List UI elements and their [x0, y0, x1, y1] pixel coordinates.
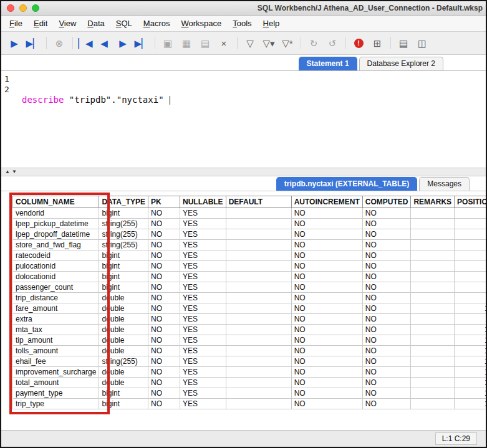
cell-autoincrement: NO	[291, 282, 362, 293]
menu-item[interactable]: Help	[258, 16, 286, 31]
toolbar-button-icon: ◀	[100, 39, 108, 48]
table-row[interactable]: extra double NO YES NO NO 11	[13, 314, 486, 325]
ignore-errors-button[interactable]: !	[349, 34, 368, 52]
previous-row-button[interactable]: ◀	[95, 34, 113, 52]
menu-item[interactable]: Macros	[138, 16, 176, 31]
sql-keyword: describe	[22, 95, 64, 105]
table-row[interactable]: fare_amount double NO YES NO NO 10	[13, 303, 486, 314]
split-pane-divider[interactable]: ▲ ▼	[1, 168, 486, 176]
rollback-button[interactable]: ↺	[323, 34, 342, 52]
cell-nullable: YES	[180, 325, 226, 335]
tab-statement-1[interactable]: Statement 1	[299, 57, 357, 70]
cell-column-name: payment_type	[13, 388, 99, 399]
cell-remarks	[411, 240, 455, 250]
table-row[interactable]: lpep_dropoff_datetime string(255) NO YES…	[13, 229, 486, 240]
cell-autoincrement: NO	[291, 356, 362, 367]
tab-database-explorer-2[interactable]: Database Explorer 2	[359, 57, 443, 70]
filter-dropdown-button[interactable]: ▽▾	[259, 34, 278, 52]
zoom-window-button[interactable]	[32, 4, 39, 12]
menu-item[interactable]: Tools	[227, 16, 257, 31]
filter-data-button[interactable]: ▽	[241, 34, 259, 52]
cell-pk: NO	[148, 272, 180, 282]
table-row[interactable]: ehail_fee string(255) NO YES NO NO 15	[13, 356, 486, 367]
last-row-button[interactable]: ▶▏	[132, 34, 151, 52]
table-row[interactable]: vendorid bigint NO YES NO NO 1	[13, 208, 486, 219]
column-header[interactable]: COLUMN_NAME	[13, 196, 99, 208]
reset-filter-button[interactable]: ▽*	[278, 34, 297, 52]
menu-item[interactable]: File	[4, 16, 28, 31]
delete-row-button[interactable]: ×	[215, 34, 233, 52]
collapse-up-icon[interactable]: ▲	[5, 169, 10, 174]
cell-autoincrement: NO	[291, 219, 362, 229]
column-header[interactable]: DEFAULT	[226, 196, 291, 208]
database-explorer-window-button[interactable]: ◫	[413, 34, 432, 52]
column-header[interactable]: POSITION	[455, 196, 486, 208]
table-row[interactable]: tolls_amount double NO YES NO NO 14	[13, 346, 486, 356]
save-changes-button[interactable]: ▣	[158, 34, 177, 52]
toolbar: ▶ ▶▏ ⊗ ▏◀ ◀	[1, 32, 486, 55]
toolbar-separator	[69, 34, 76, 52]
update-database-button[interactable]: ▦	[177, 34, 196, 52]
table-row[interactable]: improvement_surcharge double NO YES NO N…	[13, 367, 486, 378]
cell-default	[226, 208, 291, 219]
status-bar: L:1 C:29	[1, 430, 486, 447]
column-header[interactable]: PK	[148, 196, 180, 208]
menu-item[interactable]: SQL	[110, 16, 138, 31]
menu-item[interactable]: Edit	[28, 16, 53, 31]
database-connection-button[interactable]: ▤	[394, 34, 413, 52]
cell-pk: NO	[148, 293, 180, 303]
column-header[interactable]: NULLABLE	[180, 196, 226, 208]
table-row[interactable]: dolocationid bigint NO YES NO NO 7	[13, 272, 486, 282]
menu-item[interactable]: Data	[82, 16, 110, 31]
cursor-position-indicator: L:1 C:29	[435, 432, 477, 445]
commit-button[interactable]: ↻	[304, 34, 323, 52]
cell-column-name: mta_tax	[13, 325, 99, 335]
next-row-button[interactable]: ▶	[113, 34, 132, 52]
table-row[interactable]: store_and_fwd_flag string(255) NO YES NO…	[13, 240, 486, 250]
table-row[interactable]: ratecodeid bigint NO YES NO NO 5	[13, 250, 486, 261]
table-row[interactable]: trip_distance double NO YES NO NO 9	[13, 293, 486, 303]
table-row[interactable]: passenger_count bigint NO YES NO NO 8	[13, 282, 486, 293]
table-row[interactable]: total_amount double NO YES NO NO 17	[13, 378, 486, 388]
menu-item[interactable]: View	[53, 16, 82, 31]
cancel-statement-button[interactable]: ⊗	[50, 34, 69, 52]
table-row[interactable]: tip_amount double NO YES NO NO 13	[13, 335, 486, 346]
menu-item[interactable]: Workspace	[175, 16, 227, 31]
first-row-button[interactable]: ▏◀	[76, 34, 95, 52]
cell-remarks	[411, 208, 455, 219]
table-row[interactable]: trip_type bigint NO YES NO NO 19	[13, 399, 486, 409]
window-title: SQL Workbench/J Athena_AD_User_Connectio…	[39, 4, 486, 12]
cell-data-type: bigint	[99, 250, 148, 261]
tab-results-grid[interactable]: tripdb.nyctaxi (EXTERNAL_TABLE)	[276, 177, 417, 191]
cell-column-name: trip_distance	[13, 293, 99, 303]
column-header[interactable]: AUTOINCREMENT	[291, 196, 362, 208]
cell-default	[226, 272, 291, 282]
column-header[interactable]: DATA_TYPE	[99, 196, 148, 208]
collapse-down-icon[interactable]: ▼	[12, 169, 17, 174]
data-pumper-button[interactable]: ⊞	[368, 34, 387, 52]
cell-computed: NO	[362, 293, 411, 303]
table-row[interactable]: pulocationid bigint NO YES NO NO 6	[13, 261, 486, 272]
cell-column-name: store_and_fwd_flag	[13, 240, 99, 250]
cell-computed: NO	[362, 325, 411, 335]
cell-column-name: dolocationid	[13, 272, 99, 282]
table-row[interactable]: mta_tax double NO YES NO NO 12	[13, 325, 486, 335]
sql-editor[interactable]: describe "tripdb"."nyctaxi"	[19, 71, 486, 168]
minimize-window-button[interactable]	[19, 4, 27, 12]
toolbar-button-icon: ▦	[182, 39, 191, 48]
line-number: 1	[4, 74, 19, 84]
cell-default	[226, 314, 291, 325]
table-row[interactable]: lpep_pickup_datetime string(255) NO YES …	[13, 219, 486, 229]
cell-pk: NO	[148, 378, 180, 388]
insert-row-button[interactable]: ▤	[196, 34, 215, 52]
cell-computed: NO	[362, 208, 411, 219]
close-window-button[interactable]	[7, 4, 14, 12]
column-header[interactable]: REMARKS	[411, 196, 455, 208]
run-current-statement-button[interactable]: ▶▏	[24, 34, 42, 52]
column-header[interactable]: COMPUTED	[362, 196, 411, 208]
toolbar-separator	[342, 34, 349, 52]
cell-position: 5	[455, 250, 486, 261]
tab-messages[interactable]: Messages	[419, 177, 470, 191]
run-all-button[interactable]: ▶	[5, 34, 24, 52]
table-row[interactable]: payment_type bigint NO YES NO NO 18	[13, 388, 486, 399]
